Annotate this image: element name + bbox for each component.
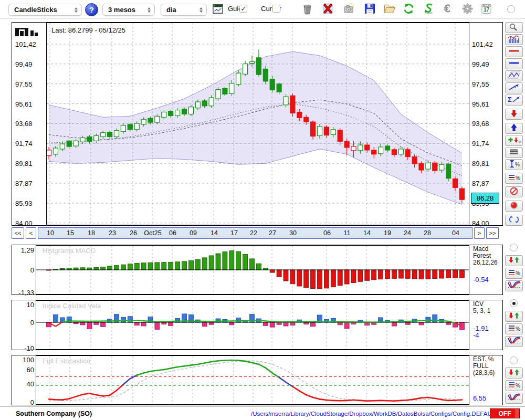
svg-text:%: % xyxy=(516,175,520,181)
status-bar: Southern Company (SO) /Users/mserra/Libr… xyxy=(0,406,525,420)
toolbar: CandleSticks ? 3 mesos dia ✓ Guies Curso… xyxy=(0,0,525,19)
est-panel-radio[interactable] xyxy=(510,356,518,364)
lines-icon xyxy=(507,148,521,158)
delete-button[interactable] xyxy=(320,3,335,17)
zoom-button[interactable] xyxy=(505,22,523,33)
icv-plot[interactable] xyxy=(36,300,469,350)
volume-bars-icon xyxy=(15,26,41,40)
price-axis-label: 97,55 xyxy=(472,80,489,88)
open-folder-button[interactable] xyxy=(381,3,397,17)
levels-percent-icon: % xyxy=(507,268,521,279)
levels-percent-button[interactable]: % xyxy=(505,268,523,279)
calendar-button[interactable]: 17 xyxy=(478,3,494,17)
calendar-icon: 17 xyxy=(480,3,492,17)
price-histogram-button[interactable] xyxy=(505,34,523,45)
settings-button[interactable] xyxy=(459,3,475,17)
save-button[interactable] xyxy=(362,3,377,17)
blue-line-button[interactable] xyxy=(505,58,523,69)
chart-type-select[interactable]: CandleSticks xyxy=(8,4,82,16)
macd-value: -0,54 xyxy=(473,276,489,284)
red-line-button[interactable] xyxy=(505,46,523,57)
guies-checkbox[interactable]: ✓ Guies xyxy=(228,5,246,13)
svg-text:17: 17 xyxy=(483,7,489,13)
settings-icon xyxy=(461,3,474,17)
zigzag-icon xyxy=(507,71,521,81)
period-select[interactable]: 3 mesos xyxy=(102,4,155,16)
delete-icon xyxy=(322,3,334,17)
sigma-trendline-button[interactable]: Σ xyxy=(505,94,523,106)
price-axis-label: 89,81 xyxy=(472,160,489,167)
price-axis-label: 99,49 xyxy=(15,60,33,68)
vertical-percent-button[interactable]: % xyxy=(505,159,523,170)
crossover-curves-button[interactable] xyxy=(505,280,523,291)
date-label: 17 xyxy=(230,229,238,237)
chevron-updown-icon xyxy=(195,7,203,13)
last-page-button[interactable]: >> xyxy=(486,227,499,239)
stochastic-panel: Full Estocastico 10060400 EST. %FULL(28,… xyxy=(12,355,503,405)
sync-button[interactable] xyxy=(421,3,437,17)
up-arrow-button[interactable] xyxy=(505,123,523,134)
forbid-icon xyxy=(507,187,521,197)
crossover-curves-button[interactable] xyxy=(505,336,523,347)
help-icon: ? xyxy=(89,6,94,14)
levels-percent-button[interactable]: % xyxy=(505,380,523,391)
macd-plot[interactable] xyxy=(36,245,469,295)
open-folder-icon xyxy=(383,3,395,17)
chart-window-button[interactable] xyxy=(210,3,226,17)
trash-button[interactable] xyxy=(299,3,315,17)
date-label: 14 xyxy=(211,229,218,237)
up-arrow-icon xyxy=(507,123,521,134)
macd-indicator-name: MacdForest26,12,26 xyxy=(473,246,498,266)
signal-arrows-button[interactable] xyxy=(505,368,523,379)
icv-panel-radio[interactable] xyxy=(510,299,518,307)
signal-arrows-button[interactable] xyxy=(505,255,523,266)
price-axis-label: 93,68 xyxy=(472,120,489,128)
euro-button[interactable]: € xyxy=(440,3,456,17)
lines-button[interactable] xyxy=(505,147,523,158)
date-axis-strip[interactable]: 1015182326Oct250609141722273006111419242… xyxy=(38,227,472,239)
price-axis-label: 84,00 xyxy=(472,219,489,227)
macd-axis-label: -1,33 xyxy=(15,289,34,297)
timeframe-select[interactable]: dia xyxy=(161,4,207,16)
forbid-button[interactable] xyxy=(505,186,523,197)
refresh-icon xyxy=(403,3,415,17)
add-signal-icon xyxy=(507,135,521,146)
refresh-button[interactable] xyxy=(401,3,416,17)
signal-arrows-button[interactable] xyxy=(505,311,523,322)
crossover-curves-button[interactable] xyxy=(505,393,523,404)
trash-icon xyxy=(301,3,313,17)
next-page-button[interactable]: > xyxy=(474,227,485,239)
price-histogram-icon xyxy=(507,35,521,45)
zigzag-button[interactable] xyxy=(505,70,523,81)
date-label: 14 xyxy=(363,229,371,237)
levels-percent-button[interactable]: % xyxy=(505,173,523,184)
prev-page-button[interactable]: < xyxy=(26,227,36,239)
chevron-updown-icon xyxy=(143,7,151,13)
levels-percent-button[interactable]: % xyxy=(505,323,523,334)
date-label: 18 xyxy=(88,229,95,237)
date-label: 09 xyxy=(190,229,197,237)
record-icon xyxy=(507,201,521,212)
help-button[interactable]: ? xyxy=(85,3,98,16)
macd-panel-radio[interactable] xyxy=(510,244,518,251)
signal-arrows-icon xyxy=(507,368,521,379)
cursor-checkbox[interactable]: Cursor xyxy=(261,5,281,13)
down-arrow-button[interactable] xyxy=(505,109,523,120)
save-icon xyxy=(364,3,376,17)
snapshot-button[interactable] xyxy=(341,3,356,17)
signal-arrows-icon xyxy=(507,256,521,266)
refresh-pair-button[interactable] xyxy=(505,215,523,226)
price-axis-label: 85,93 xyxy=(15,200,33,207)
config-path-link[interactable]: /Users/mserra/Library/CloudStorage/Dropb… xyxy=(251,411,509,417)
euro-icon: € xyxy=(443,3,455,17)
date-label: 24 xyxy=(404,229,411,237)
first-page-button[interactable]: << xyxy=(12,227,24,239)
svg-text:%: % xyxy=(515,162,520,167)
stochastic-plot[interactable] xyxy=(36,355,469,405)
sync-icon xyxy=(423,3,435,17)
record-button[interactable] xyxy=(505,201,523,212)
candlestick-plot[interactable] xyxy=(46,23,469,225)
add-signal-button[interactable] xyxy=(505,135,523,146)
off-button[interactable]: OFF xyxy=(490,408,520,418)
trendline-button[interactable] xyxy=(505,82,523,93)
